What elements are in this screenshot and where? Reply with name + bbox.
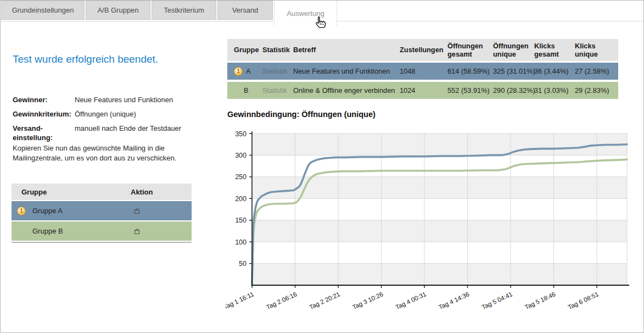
row-a-gruppe-cell: 1 A <box>227 67 262 76</box>
criterion-label: Gewinnkriterium: <box>13 109 75 119</box>
group-a-name-cell: 1 Gruppe A <box>12 207 128 215</box>
row-a-klicks-unique: 27 (2.58%) <box>575 67 618 75</box>
tab-bar: Grundeinstellungen A/B Gruppen Testkrite… <box>1 1 643 21</box>
result-row-a: 1 A Statistik Neue Features und Funktion… <box>227 63 618 80</box>
result-row-b: B Statistik Online & Offline enger verbi… <box>227 82 618 99</box>
copy-icon[interactable] <box>132 207 141 215</box>
x-tick-label: Tag 1 16:11 <box>226 291 255 310</box>
results-table: Gruppe Statistik Betreff Zustellungen Öf… <box>227 39 618 101</box>
tab-grundeinstellungen[interactable]: Grundeinstellungen <box>1 1 85 20</box>
col-klicks-unique: Klicks unique <box>575 42 618 59</box>
group-a-action-cell <box>128 207 192 215</box>
winner-info: Gewinner: Neue Features und Funktionen G… <box>13 95 197 143</box>
row-a-oeffnungen-gesamt: 614 (58.59%) <box>447 67 493 75</box>
col-oeffnungen-unique: Öffnungen unique <box>493 42 534 59</box>
winner-label: Gewinner: <box>13 95 75 104</box>
row-a-oeffnungen-unique: 325 (31.01%) <box>493 67 534 75</box>
row-a-betreff: Neue Features und Funktionen <box>293 67 400 75</box>
groups-table-header: Gruppe Aktion <box>12 184 192 200</box>
winner-medal-icon: 1 <box>17 207 26 215</box>
y-tick-label: 150 <box>235 217 247 224</box>
opens-unique-line-chart: 50100150200250300350Tag 1 16:11Tag 2 06:… <box>226 125 641 329</box>
groups-table: Gruppe Aktion 1 Gruppe A Gruppe B <box>12 184 192 243</box>
col-statistik: Statistik <box>262 46 293 54</box>
row-a-klicks-gesamt: 36 (3.44%) <box>534 67 575 75</box>
tab-testkriterium[interactable]: Testkriterium <box>152 1 216 20</box>
dispatch-setting-label: Versand-einstellung: <box>13 124 75 142</box>
row-b-betreff: Online & Offline enger verbinden <box>293 86 400 95</box>
col-klicks-gesamt: Klicks gesamt <box>534 42 575 59</box>
row-b-klicks-unique: 29 (2.83%) <box>575 86 618 95</box>
y-tick-label: 350 <box>235 130 247 138</box>
row-b-oeffnungen-unique: 290 (28.32%) <box>493 86 534 95</box>
copy-icon[interactable] <box>132 227 141 235</box>
groups-col-gruppe: Gruppe <box>12 188 128 196</box>
x-tick-label: Tag 6 08:51 <box>567 291 600 310</box>
y-tick-label: 50 <box>239 260 247 268</box>
tab-versand[interactable]: Versand <box>217 1 273 20</box>
y-tick-label: 250 <box>235 173 247 181</box>
groups-col-aktion: Aktion <box>128 188 192 196</box>
plot-band <box>252 134 627 155</box>
x-tick-label: Tag 4 00:31 <box>395 291 428 310</box>
row-a-group-letter: A <box>246 67 251 75</box>
row-b-statistik-link[interactable]: Statistik <box>262 86 293 95</box>
chart-title: Gewinnbedingung: Öffnungen (unique) <box>227 110 376 119</box>
ab-test-report-page: Grundeinstellungen A/B Gruppen Testkrite… <box>0 0 644 333</box>
x-tick-label: Tag 5 04:41 <box>481 291 514 310</box>
tab-auswertung[interactable]: Auswertung <box>274 1 337 26</box>
y-tick-label: 200 <box>235 195 247 203</box>
group-b-action-cell <box>128 227 192 236</box>
x-tick-label: Tag 3 10:26 <box>351 291 384 310</box>
results-table-header: Gruppe Statistik Betreff Zustellungen Öf… <box>227 39 618 61</box>
row-b-klicks-gesamt: 31 (3.03%) <box>534 86 575 95</box>
row-a-statistik-link[interactable]: Statistik <box>262 67 293 75</box>
row-b-zustellungen: 1024 <box>400 86 447 95</box>
x-tick-label: Tag 5 18:46 <box>524 291 557 310</box>
col-zustellungen: Zustellungen <box>400 46 447 54</box>
x-tick-label: Tag 4 14:36 <box>438 291 471 310</box>
dispatch-setting-value: manuell nach Ende der Testdauer <box>75 124 197 142</box>
winner-medal-icon: 1 <box>234 67 243 76</box>
row-b-oeffnungen-gesamt: 552 (53.91%) <box>447 86 493 95</box>
group-b-name-cell: Gruppe B <box>12 227 128 235</box>
status-heading: Test wurde erfolgreich beendet. <box>13 53 158 65</box>
plot-band <box>252 264 627 285</box>
tab-ab-gruppen[interactable]: A/B Gruppen <box>86 1 150 20</box>
group-row-b[interactable]: Gruppe B <box>12 221 192 241</box>
winner-value: Neue Features und Funktionen <box>75 95 197 104</box>
copy-instruction-note: Kopieren Sie nun das gewünschte Mailing … <box>13 143 196 163</box>
col-betreff: Betreff <box>293 46 400 54</box>
x-tick-label: Tag 2 06:16 <box>265 291 298 310</box>
group-row-a[interactable]: 1 Gruppe A <box>12 201 192 220</box>
row-a-zustellungen: 1048 <box>400 67 447 75</box>
x-tick-label: Tag 2 20:21 <box>309 291 341 310</box>
y-tick-label: 300 <box>235 152 247 159</box>
row-b-gruppe-cell: B <box>227 86 262 95</box>
group-b-label: Gruppe B <box>32 227 63 235</box>
col-oeffnungen-gesamt: Öffnungen gesamt <box>447 42 493 59</box>
plot-band <box>252 220 627 242</box>
criterion-value: Öffnungen (unique) <box>75 109 197 119</box>
col-gruppe: Gruppe <box>227 46 262 54</box>
group-a-label: Gruppe A <box>32 207 63 215</box>
row-b-group-letter: B <box>244 86 249 95</box>
y-tick-label: 100 <box>235 238 247 246</box>
